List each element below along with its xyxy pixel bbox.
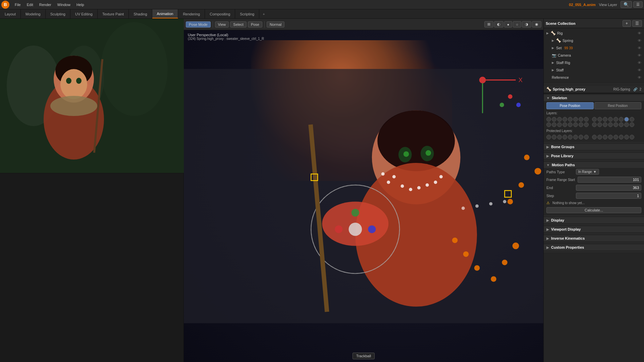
wireframe-btn[interactable]: ○ xyxy=(513,21,521,27)
viewport-pose-btn[interactable]: Pose xyxy=(248,21,262,27)
tab-rendering[interactable]: Rendering xyxy=(178,9,205,18)
add-workspace-btn[interactable]: + xyxy=(259,9,268,18)
player-11[interactable] xyxy=(603,135,607,139)
player-5[interactable] xyxy=(568,135,573,139)
layer-26[interactable] xyxy=(597,122,602,127)
layer-23[interactable] xyxy=(579,122,583,127)
layer-14[interactable] xyxy=(619,117,624,122)
layer-25[interactable] xyxy=(592,122,597,127)
layer-6[interactable] xyxy=(573,117,578,122)
tree-item-set[interactable]: ▶ Set 99 39 👁 xyxy=(550,44,643,52)
center-3d-viewport[interactable]: Pose Mode View Select Pose Normal ⊞ ◐ ● … xyxy=(184,19,543,362)
overlay-btn[interactable]: ⊞ xyxy=(484,21,493,27)
layer-7[interactable] xyxy=(579,117,583,122)
display-title[interactable]: ▶ Display xyxy=(544,217,644,223)
tree-item-staffrig[interactable]: ▶ Staff Rig 👁 xyxy=(550,59,643,66)
player-13[interactable] xyxy=(613,135,618,139)
menu-render[interactable]: Render xyxy=(37,2,54,7)
layer-24[interactable] xyxy=(584,122,589,127)
player-1[interactable] xyxy=(546,135,551,139)
player-6[interactable] xyxy=(573,135,578,139)
layer-13[interactable] xyxy=(613,117,618,122)
layer-22[interactable] xyxy=(573,122,578,127)
rest-position-btn[interactable]: Rest Position xyxy=(594,102,642,109)
player-7[interactable] xyxy=(579,135,583,139)
solid-btn[interactable]: ● xyxy=(504,21,513,27)
tree-item-camera[interactable]: 📷 Camera 👁 xyxy=(550,52,643,59)
layer-1[interactable] xyxy=(546,117,551,122)
frame-range-start-value[interactable]: 101 xyxy=(578,177,641,183)
pose-mode-btn[interactable]: Pose Mode xyxy=(186,21,211,27)
tab-layout[interactable]: Layout xyxy=(0,9,21,18)
player-8[interactable] xyxy=(584,135,589,139)
render-btn[interactable]: ◉ xyxy=(532,21,541,27)
add-collection-btn[interactable]: + xyxy=(623,20,631,27)
layer-18[interactable] xyxy=(552,122,556,127)
layer-32[interactable] xyxy=(630,122,634,127)
viewport-view-btn[interactable]: View xyxy=(215,21,229,27)
layer-5[interactable] xyxy=(568,117,573,122)
layer-29[interactable] xyxy=(613,122,618,127)
player-10[interactable] xyxy=(597,135,602,139)
pose-position-btn[interactable]: Pose Position xyxy=(546,102,594,109)
tab-shading[interactable]: Shading xyxy=(129,9,152,18)
xray-btn[interactable]: ◐ xyxy=(494,21,503,27)
layer-17[interactable] xyxy=(546,122,551,127)
layer-27[interactable] xyxy=(603,122,607,127)
global-search-btn[interactable]: 🔍 xyxy=(621,1,632,8)
menu-help[interactable]: Help xyxy=(74,2,87,7)
tree-item-reference[interactable]: Reference 👁 xyxy=(550,74,643,81)
viewport-select-btn[interactable]: Select xyxy=(230,21,247,27)
layer-20[interactable] xyxy=(562,122,567,127)
layer-31[interactable] xyxy=(624,122,629,127)
pose-library-title[interactable]: ▶ Pose Library xyxy=(544,153,644,159)
skeleton-title[interactable]: ▼ Skeleton xyxy=(544,95,644,101)
layer-30[interactable] xyxy=(619,122,624,127)
layer-21[interactable] xyxy=(568,122,573,127)
player-9[interactable] xyxy=(592,135,597,139)
frame-range-end-value[interactable]: 363 xyxy=(576,185,641,191)
menu-file[interactable]: File xyxy=(12,2,23,7)
tree-item-spring[interactable]: ▶ 🦴 Spring 👁 xyxy=(550,37,643,44)
tree-item-rig[interactable]: ▶ 🦴 Rig 👁 xyxy=(545,29,643,37)
layer-9[interactable] xyxy=(592,117,597,122)
viewport-scene-container[interactable]: ↖ ⊕ ✛ ↻ ⟳ ⤡ 📐 xyxy=(184,30,543,362)
tab-sculpting[interactable]: Sculpting xyxy=(46,9,70,18)
tree-item-staff[interactable]: ▶ Staff 👁 xyxy=(550,66,643,74)
layer-4[interactable] xyxy=(562,117,567,122)
calculate-btn[interactable]: Calculate... xyxy=(546,207,641,213)
tab-modeling[interactable]: Modeling xyxy=(21,9,46,18)
layer-3[interactable] xyxy=(557,117,562,122)
tab-texture-paint[interactable]: Texture Paint xyxy=(98,9,129,18)
shading-mode-btn[interactable]: Normal xyxy=(267,21,284,27)
filter-btn[interactable]: ☰ xyxy=(633,1,643,8)
tab-animation[interactable]: Animation xyxy=(152,9,178,18)
paths-type-dropdown[interactable]: In Range ▼ xyxy=(576,169,599,175)
player-14[interactable] xyxy=(619,135,624,139)
tab-compositing[interactable]: Compositing xyxy=(205,9,235,18)
player-2[interactable] xyxy=(552,135,556,139)
motion-paths-title[interactable]: ▼ Motion Paths xyxy=(544,162,644,168)
menu-window[interactable]: Window xyxy=(55,2,73,7)
layer-8[interactable] xyxy=(584,117,589,122)
viewport-scene[interactable]: X User Perspective (Local) (324) Spring.… xyxy=(184,30,543,362)
tab-uv-editing[interactable]: UV Editing xyxy=(70,9,98,18)
material-btn[interactable]: ◑ xyxy=(522,21,531,27)
layer-11[interactable] xyxy=(603,117,607,122)
player-12[interactable] xyxy=(608,135,613,139)
layer-2[interactable] xyxy=(552,117,556,122)
custom-properties-title[interactable]: ▶ Custom Properties xyxy=(544,244,644,250)
menu-edit[interactable]: Edit xyxy=(24,2,36,7)
bone-groups-title[interactable]: ▶ Bone Groups xyxy=(544,144,644,150)
tab-scripting[interactable]: Scripting xyxy=(235,9,259,18)
player-16[interactable] xyxy=(630,135,634,139)
layer-19[interactable] xyxy=(557,122,562,127)
layer-12[interactable] xyxy=(608,117,613,122)
viewport-display-title[interactable]: ▶ Viewport Display xyxy=(544,226,644,232)
player-3[interactable] xyxy=(557,135,562,139)
inverse-kinematics-title[interactable]: ▶ Inverse Kinematics xyxy=(544,235,644,241)
layer-28[interactable] xyxy=(608,122,613,127)
layer-10[interactable] xyxy=(597,117,602,122)
filter-collection-btn[interactable]: ☰ xyxy=(632,20,642,27)
player-4[interactable] xyxy=(562,135,567,139)
